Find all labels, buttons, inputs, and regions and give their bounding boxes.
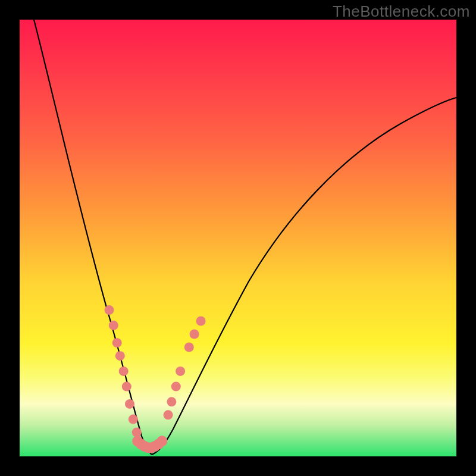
sample-dot <box>115 351 125 361</box>
sample-dot <box>119 367 129 376</box>
sample-dot <box>171 382 181 392</box>
sample-dot <box>132 428 142 437</box>
curve-right <box>152 98 456 455</box>
sample-dot <box>109 321 118 330</box>
sample-dot <box>176 367 185 376</box>
sample-dot <box>167 397 176 406</box>
sample-dot <box>129 415 138 424</box>
sample-dot <box>184 343 194 352</box>
sample-dot <box>164 410 173 419</box>
sample-dot <box>105 305 114 315</box>
chart-frame: TheBottleneck.com <box>0 0 476 476</box>
sample-dot <box>122 382 131 392</box>
watermark-text: TheBottleneck.com <box>333 2 470 21</box>
sample-dot <box>125 399 134 409</box>
sample-points <box>105 305 206 453</box>
curve-left <box>34 20 152 455</box>
bottleneck-curve <box>20 20 456 456</box>
sample-dot <box>196 317 206 326</box>
plot-area <box>20 20 456 456</box>
sample-dot <box>190 330 199 339</box>
sample-dot <box>112 338 122 347</box>
sample-dot <box>156 436 167 446</box>
